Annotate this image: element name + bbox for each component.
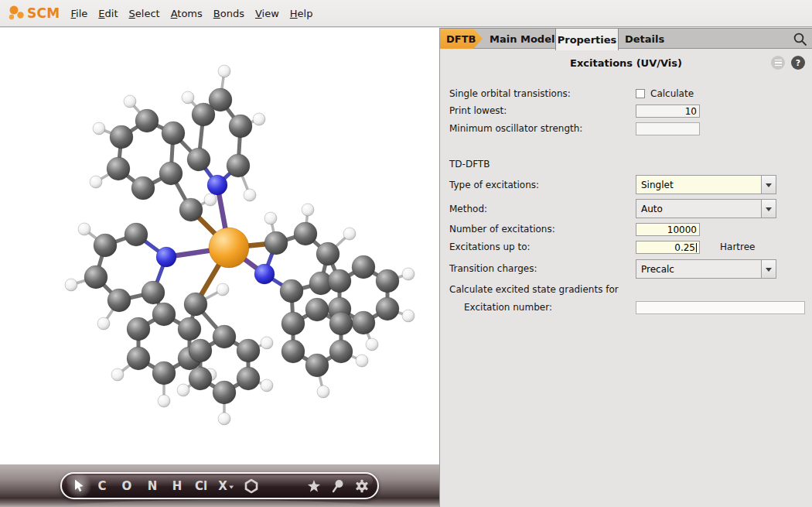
tab-model[interactable]: Model xyxy=(519,29,556,49)
type-of-excitations-value: Singlet xyxy=(636,180,761,190)
tab-main[interactable]: Main xyxy=(488,29,518,49)
star-icon xyxy=(308,480,321,492)
td-dftb-section-label: TD-DFTB xyxy=(449,159,490,170)
tab-details[interactable]: Details xyxy=(623,29,666,49)
transition-charges-select[interactable]: Precalc xyxy=(636,259,776,279)
viewer-panel-divider xyxy=(439,28,440,507)
ring-structure-tool[interactable] xyxy=(244,478,258,493)
single-orbital-label: Single orbital transistions: xyxy=(449,88,571,99)
dftb-input-panel: DFTB Main Model Properties Details Excit… xyxy=(440,28,812,507)
calculate-checkbox-label: Calculate xyxy=(650,88,694,99)
print-lowest-label: Print lowest: xyxy=(449,105,507,116)
chevron-down-icon[interactable] xyxy=(761,200,776,218)
element-c-button[interactable]: C xyxy=(97,480,106,492)
print-lowest-value: 10 xyxy=(685,106,697,117)
excitations-up-to-input[interactable]: 0.25 xyxy=(636,241,700,254)
transition-charges-value: Precalc xyxy=(636,264,761,275)
excitations-up-to-value: 0.25 xyxy=(674,242,695,253)
select-cursor-tool[interactable] xyxy=(73,479,84,492)
number-of-excitations-label: Number of excitations: xyxy=(449,224,555,235)
method-value: Auto xyxy=(636,204,761,214)
cursor-arrow-icon xyxy=(73,479,84,492)
min-oscillator-label: Minimum oscillator strength: xyxy=(449,123,582,134)
menu-help[interactable]: Help xyxy=(290,8,313,19)
chevron-down-icon[interactable] xyxy=(761,260,776,278)
menu-file[interactable]: File xyxy=(71,8,88,19)
gear-icon xyxy=(355,479,369,493)
menubar: SCM File Edit Select Atoms Bonds View He… xyxy=(0,0,812,27)
element-x-label: X xyxy=(218,480,227,492)
number-of-excitations-value: 10000 xyxy=(667,224,697,235)
scm-logo-text: SCM xyxy=(27,5,60,21)
structures-tool[interactable] xyxy=(308,480,321,492)
menu-bonds[interactable]: Bonds xyxy=(213,8,244,19)
method-label: Method: xyxy=(449,204,487,214)
molecule-viewer[interactable]: C O N H Cl X xyxy=(0,28,439,507)
scm-logo: SCM xyxy=(6,3,60,23)
min-oscillator-input[interactable] xyxy=(636,122,700,135)
hexagon-ring-icon xyxy=(244,478,258,493)
type-of-excitations-label: Type of excitations: xyxy=(449,180,539,190)
number-of-excitations-input[interactable]: 10000 xyxy=(636,223,700,236)
tab-properties[interactable]: Properties xyxy=(555,29,619,50)
transition-charges-label: Transition charges: xyxy=(449,263,537,274)
settings-tool[interactable] xyxy=(355,479,369,493)
scm-logo-dots-icon xyxy=(6,3,26,23)
pointer-tool[interactable] xyxy=(333,479,344,492)
text-cursor xyxy=(696,243,697,252)
menu-edit[interactable]: Edit xyxy=(98,8,118,19)
type-of-excitations-select[interactable]: Singlet xyxy=(636,175,776,194)
element-cl-button[interactable]: Cl xyxy=(195,480,207,492)
menu-view[interactable]: View xyxy=(255,8,279,19)
molecule-3d-model[interactable] xyxy=(0,28,439,507)
panel-menu-icon[interactable] xyxy=(771,56,785,70)
calculate-checkbox[interactable] xyxy=(636,89,645,98)
excitations-up-to-label: Excitations up to: xyxy=(449,242,531,252)
print-lowest-input[interactable]: 10 xyxy=(636,104,700,118)
excitation-number-label: Excitation number: xyxy=(464,302,552,313)
pin-balloon-icon xyxy=(333,479,344,492)
tab-bar: DFTB Main Model Properties Details xyxy=(440,28,812,49)
element-o-button[interactable]: O xyxy=(122,480,132,492)
excitation-number-input[interactable] xyxy=(636,301,805,314)
excited-state-gradients-label: Calculate excited state gradients for xyxy=(449,284,619,295)
tab-dftb[interactable]: DFTB xyxy=(440,29,483,49)
chevron-down-icon xyxy=(229,485,234,491)
menu-select[interactable]: Select xyxy=(129,8,160,19)
element-n-button[interactable]: N xyxy=(148,480,158,492)
method-select[interactable]: Auto xyxy=(636,199,776,218)
chevron-down-icon[interactable] xyxy=(761,176,776,194)
hartree-unit-label: Hartree xyxy=(720,242,755,252)
panel-title: Excitations (UV/Vis) xyxy=(440,57,812,69)
viewer-toolbar: C O N H Cl X xyxy=(60,472,379,499)
element-h-button[interactable]: H xyxy=(172,480,183,492)
help-icon[interactable]: ? xyxy=(791,56,805,70)
menu-atoms[interactable]: Atoms xyxy=(171,8,203,19)
element-x-button[interactable]: X xyxy=(218,480,234,492)
search-icon[interactable] xyxy=(792,31,808,47)
